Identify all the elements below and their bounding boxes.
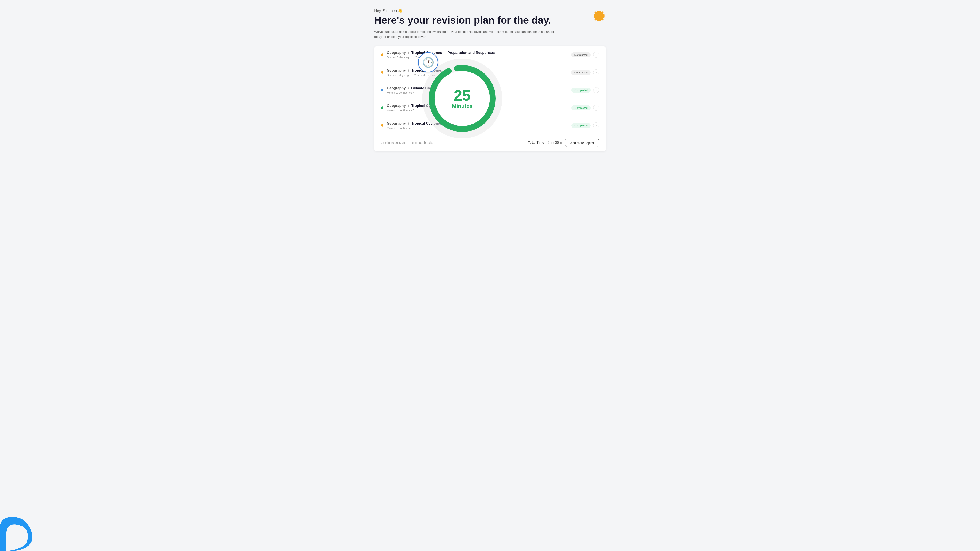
topic-info: Geography / Tropical Cyclones — Impacts …	[387, 104, 571, 112]
topic-separator: /	[408, 104, 409, 108]
topic-name: Climate Change — Human Activity	[411, 86, 470, 90]
topic-title: Geography / Tropical Cyclones	[387, 68, 571, 73]
total-time-area: Total Time 2hrs 30m Add More Topics	[528, 139, 599, 147]
topic-dot	[381, 89, 383, 91]
topic-chevron-button[interactable]: ›	[593, 122, 599, 129]
meta-studied: Moved to confidence 4	[387, 91, 414, 94]
meta-studied: Studied 5 days ago	[387, 73, 410, 76]
topic-status: Not started ›	[571, 70, 599, 75]
status-badge: Completed	[571, 105, 591, 111]
meta-studied: Moved to confidence 5	[387, 109, 414, 112]
header-area: Hey, Stephen 👋 Here's your revision plan…	[374, 8, 606, 40]
status-badge: Completed	[571, 123, 591, 128]
topic-title: Geography / Tropical Cyclones — Preparat…	[387, 51, 571, 55]
topic-title: Geography / Tropical Cyclones — Impacts	[387, 104, 571, 108]
separator: ·	[409, 141, 410, 144]
topic-dot	[381, 124, 383, 127]
topic-chevron-button[interactable]: ›	[593, 87, 599, 93]
topic-dot	[381, 71, 383, 74]
topic-status: Completed ›	[571, 122, 599, 129]
topic-info: Geography / Tropical Cyclones Studied 5 …	[387, 68, 571, 76]
status-badge: Completed	[571, 87, 591, 93]
topic-meta: Studied 5 days ago ·25 minute session	[387, 56, 571, 59]
gear-svg	[592, 8, 606, 22]
topic-subject: Geography	[387, 68, 406, 72]
topic-dot	[381, 106, 383, 109]
status-badge: Not started	[571, 70, 591, 75]
topic-name: Tropical Cyclones — Impacts	[411, 104, 461, 108]
settings-gear-icon[interactable]	[592, 8, 606, 22]
topic-name: Tropical Cyclones	[411, 68, 442, 72]
topic-status: Completed ›	[571, 105, 599, 111]
topic-separator: /	[408, 68, 409, 72]
topic-subject: Geography	[387, 104, 406, 108]
topic-subject: Geography	[387, 121, 406, 125]
topic-info: Geography / Tropical Cyclones — Examples…	[387, 121, 571, 130]
topic-name: Tropical Cyclones — Preparation and Resp…	[411, 51, 495, 55]
logo-svg	[0, 515, 34, 551]
topic-meta: Moved to confidence 5	[387, 109, 571, 112]
topics-container: Geography / Tropical Cyclones — Preparat…	[374, 46, 606, 134]
meta-studied: Studied 5 days ago	[387, 56, 410, 59]
topic-row: Geography / Tropical Cyclones Studied 5 …	[374, 64, 606, 81]
plan-card: Geography / Tropical Cyclones — Preparat…	[374, 46, 606, 151]
total-time-value: 2hrs 30m	[548, 141, 562, 144]
meta-studied: Moved to confidence 3	[387, 127, 414, 130]
topic-separator: /	[408, 51, 409, 55]
meta-session: 25 minute session	[414, 56, 436, 59]
add-more-topics-button[interactable]: Add More Topics	[565, 139, 599, 147]
topic-info: Geography / Tropical Cyclones — Preparat…	[387, 51, 571, 59]
topic-title: Geography / Climate Change — Human Activ…	[387, 86, 571, 90]
footer-row: 25 minute sessions · 5 minute breaks Tot…	[374, 134, 606, 151]
total-time-label: Total Time	[528, 141, 544, 144]
meta-separator: ·	[412, 56, 413, 59]
topic-chevron-button[interactable]: ›	[593, 105, 599, 111]
session-length: 25 minute sessions	[381, 141, 406, 144]
meta-session: 25 minute session	[414, 73, 436, 76]
session-info: 25 minute sessions · 5 minute breaks	[381, 141, 433, 144]
topic-chevron-button[interactable]: ›	[593, 70, 599, 75]
topic-row: Geography / Tropical Cyclones — Impacts …	[374, 99, 606, 117]
status-badge: Not started	[571, 52, 591, 57]
topic-row: Geography / Tropical Cyclones — Examples…	[374, 117, 606, 134]
meta-separator: ·	[412, 73, 413, 76]
topic-subject: Geography	[387, 51, 406, 55]
topic-separator: /	[408, 86, 409, 90]
break-length: 5 minute breaks	[412, 141, 433, 144]
topic-chevron-button[interactable]: ›	[593, 52, 599, 58]
topic-meta: Studied 5 days ago ·25 minute session	[387, 73, 571, 76]
topic-meta: Moved to confidence 3	[387, 127, 571, 130]
topic-row: Geography / Tropical Cyclones — Preparat…	[374, 46, 606, 64]
subtitle: We've suggested some topics for you belo…	[374, 29, 555, 40]
topic-name: Tropical Cyclones — Examples	[411, 121, 464, 125]
topic-status: Completed ›	[571, 87, 599, 93]
topic-subject: Geography	[387, 86, 406, 90]
topic-status: Not started ›	[571, 52, 599, 58]
greeting: Hey, Stephen 👋	[374, 8, 606, 13]
main-title: Here's your revision plan for the day.	[374, 15, 606, 26]
topic-meta: Moved to confidence 4	[387, 91, 571, 94]
topic-dot	[381, 54, 383, 56]
logo-shape	[0, 515, 34, 551]
topic-title: Geography / Tropical Cyclones — Examples	[387, 121, 571, 125]
topic-separator: /	[408, 121, 409, 125]
topic-row: Geography / Climate Change — Human Activ…	[374, 81, 606, 99]
topic-info: Geography / Climate Change — Human Activ…	[387, 86, 571, 94]
